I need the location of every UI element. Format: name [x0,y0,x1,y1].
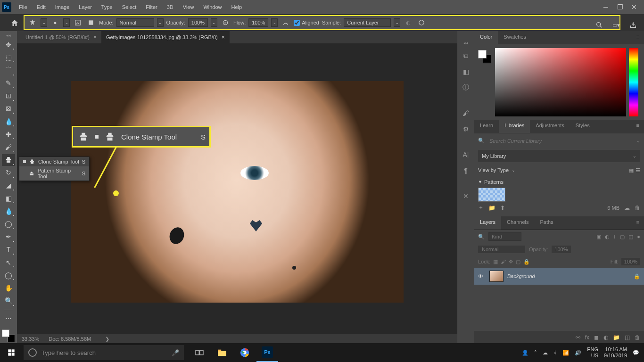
layer-thumbnail[interactable] [489,271,504,282]
history-panel-icon[interactable]: ⧉ [460,50,471,61]
fill-value[interactable]: 100% [621,258,640,265]
layer-mask-icon[interactable]: ◼ [594,334,599,341]
layer-style-icon[interactable]: fx [585,334,589,341]
paragraph-panel-icon[interactable]: ¶ [460,165,471,176]
library-search[interactable]: 🔍 ⌄ [474,133,644,148]
action-center-icon[interactable]: 💬 [633,350,639,356]
microphone-icon[interactable]: 🎤 [172,349,179,356]
pressure-opacity-icon[interactable] [220,17,231,28]
properties-panel-icon[interactable]: ◧ [460,66,471,77]
document-tab-2[interactable]: GettyImages-1012558334.jpg @ 33.3% (RGB/… [101,31,230,43]
marquee-tool[interactable]: ⬚ [2,51,15,63]
brush-tool[interactable]: 🖌 [2,141,15,153]
foreground-background-colors[interactable] [2,329,15,342]
search-icon[interactable] [594,20,604,30]
layer-visibility-icon[interactable]: 👁 [478,273,486,279]
shape-tool[interactable]: ◯ [2,269,15,281]
clone-stamp-tool[interactable] [2,154,15,166]
color-field[interactable] [495,48,626,116]
eyedropper-tool[interactable]: 💧 [2,115,15,127]
library-search-input[interactable] [487,136,636,146]
mode-dropdown-arrow[interactable]: ⌄ [157,18,164,27]
tab-styles[interactable]: Styles [570,120,595,133]
photoshop-taskbar-icon[interactable]: Ps [256,343,278,362]
layer-background[interactable]: 👁 Background 🔒 [474,268,644,285]
flyout-clone-stamp[interactable]: Clone Stamp Tool S [19,157,89,166]
opacity-input[interactable]: 100% [188,18,208,27]
layer-lock-icon[interactable]: 🔒 [634,273,640,280]
blur-tool[interactable]: 💧 [2,205,15,217]
filter-pixel-icon[interactable]: ▣ [596,234,601,240]
blend-mode-select[interactable]: Normal [478,246,525,253]
move-tool[interactable]: ✥ [2,39,15,50]
tab-layers[interactable]: Layers [474,216,501,230]
flow-input[interactable]: 100% [248,18,268,27]
tab-paths[interactable]: Paths [535,216,559,230]
pattern-thumbnail[interactable] [478,188,505,202]
new-layer-icon[interactable]: ◫ [625,334,630,341]
start-button[interactable] [0,343,23,362]
path-selection-tool[interactable]: ↖ [2,256,15,268]
bluetooth-icon[interactable]: ᚼ [553,350,557,355]
library-selector[interactable]: My Library ⌄ [478,150,640,162]
modifier-keys-icon[interactable]: ✕ [460,190,471,202]
list-view-icon[interactable]: ☰ [636,167,640,173]
ignore-adjustment-icon[interactable]: ◐ [403,17,413,28]
lock-transparency-icon[interactable]: ▦ [493,259,498,265]
menu-edit[interactable]: Edit [33,2,50,12]
share-icon[interactable] [628,20,638,30]
hand-tool[interactable]: ✋ [2,282,15,294]
character-panel-icon[interactable]: A| [460,149,471,160]
volume-icon[interactable]: 🔊 [575,350,581,356]
arrange-documents-icon[interactable]: ▭▾ [611,20,621,30]
onedrive-icon[interactable]: ☁ [543,350,548,356]
pressure-size-icon[interactable] [416,17,427,28]
people-icon[interactable]: 👤 [522,350,528,356]
layer-filter-input[interactable] [488,232,521,241]
sample-select[interactable]: Current Layer [344,18,391,27]
strip-grip[interactable]: ◂◂ [463,41,468,45]
tab-libraries[interactable]: Libraries [499,120,530,133]
maximize-icon[interactable]: ❐ [616,3,624,11]
layer-opacity-value[interactable]: 100% [552,246,570,253]
doc-size-readout[interactable]: Doc: 8.58M/8.58M [49,336,91,342]
panel-menu-icon[interactable]: ≡ [632,120,644,133]
tray-locale[interactable]: ENG US [587,346,598,359]
taskbar-search[interactable]: Type here to search 🎤 [24,345,184,360]
tab-swatches[interactable]: Swatches [498,31,532,44]
patterns-header[interactable]: ▼Patterns [478,179,640,185]
brush-settings-icon[interactable]: ⚙ [460,123,471,135]
home-button[interactable] [9,18,20,28]
edit-toolbar-icon[interactable]: ⋯ [2,313,15,325]
add-folder-icon[interactable]: 📁 [488,205,495,211]
flyout-pattern-stamp[interactable]: Pattern Stamp Tool S [19,166,89,181]
menu-help[interactable]: Help [228,2,246,12]
panel-menu-icon[interactable]: ≡ [632,31,644,44]
tab-color[interactable]: Color [474,31,498,44]
filter-type-icon[interactable]: T [613,234,617,240]
filter-smartobj-icon[interactable]: ◫ [628,234,633,240]
wifi-icon[interactable]: 📶 [562,350,569,356]
zoom-readout[interactable]: 33.33% [22,336,39,342]
brush-picker-dropdown[interactable]: ⌄ [63,18,70,27]
link-layers-icon[interactable]: ⚯ [576,334,580,341]
clone-source-icon[interactable] [86,17,96,28]
tab-adjustments[interactable]: Adjustments [530,120,570,133]
panel-menu-icon[interactable]: ≡ [632,216,644,230]
crop-tool[interactable]: ⊡ [2,90,15,102]
chrome-icon[interactable] [234,343,256,362]
menu-3d[interactable]: 3D [163,2,177,12]
grid-view-icon[interactable]: ▦ [629,167,634,173]
adjustment-layer-icon[interactable]: ◐ [603,334,608,341]
lock-pixels-icon[interactable]: 🖌 [501,259,506,265]
history-brush-tool[interactable]: ↻ [2,167,15,179]
minimize-icon[interactable]: ─ [602,3,610,11]
dodge-tool[interactable]: ◯ [2,218,15,230]
tab-close-icon[interactable]: × [222,34,225,41]
filter-adjustment-icon[interactable]: ◐ [605,234,610,240]
menu-window[interactable]: Window [199,2,225,12]
zoom-tool[interactable]: 🔍 [2,295,15,306]
delete-layer-icon[interactable]: 🗑 [635,334,640,341]
filter-shape-icon[interactable]: ▢ [620,234,625,240]
cloud-icon[interactable]: ☁ [624,205,630,211]
